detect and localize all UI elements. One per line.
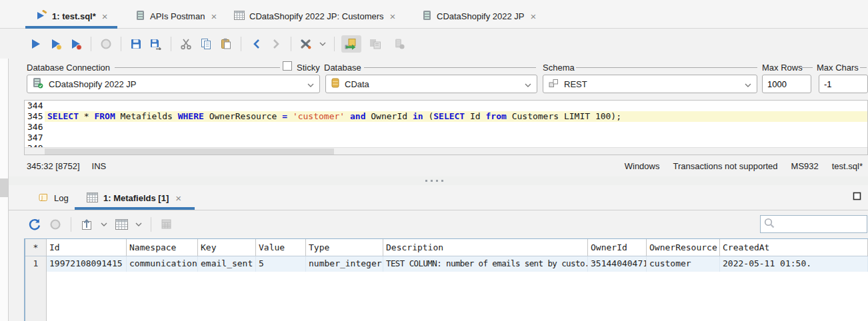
schema-select[interactable]: REST [543, 75, 757, 93]
column-header-description[interactable]: Description [383, 239, 588, 256]
column-header-ownerresource[interactable]: OwnerResource [647, 239, 720, 256]
execute-buffer-icon[interactable] [68, 35, 84, 53]
export-icon[interactable] [79, 216, 95, 233]
tab-label: CDataShopify 2022 JP: Customers [249, 11, 384, 21]
divider [860, 67, 867, 68]
toolbar-separator [291, 37, 291, 51]
toolbar-separator [171, 37, 171, 51]
grid-options-icon[interactable] [113, 216, 129, 233]
editor-statusbar: 345:32 [8752] INS Windows Transactions n… [0, 155, 868, 176]
max-rows-label: Max Rows [762, 63, 803, 73]
maximize-panel-icon[interactable] [853, 192, 861, 202]
cell-value[interactable]: 5 [256, 256, 306, 272]
tab-customers-grid[interactable]: CDataShopify 2022 JP: Customers × [231, 4, 399, 29]
max-chars-input-wrap [819, 75, 868, 93]
schema-icon [549, 79, 559, 90]
cell-type[interactable]: number_integer [306, 256, 383, 272]
execute-current-icon[interactable] [48, 35, 64, 53]
grid-options-dropdown-icon[interactable] [134, 216, 143, 233]
max-rows-input[interactable] [763, 75, 811, 93]
close-icon[interactable]: × [101, 11, 109, 21]
editor-tabbar: 1: test.sql* × APIs Postman × CDataShopi… [0, 0, 868, 29]
toolbar-separator [334, 37, 335, 51]
line-ending-indicator: Windows [625, 161, 660, 171]
close-icon[interactable]: × [529, 11, 538, 21]
database-connection-icon [136, 10, 145, 23]
toolbar-separator [241, 37, 241, 51]
execute-icon[interactable] [28, 35, 44, 53]
connection-select[interactable]: CDataShopify 2022 JP [27, 75, 320, 93]
divider [576, 67, 757, 68]
sql-editor[interactable]: 344 345 SELECT * FROM Metafields WHERE O… [24, 100, 868, 155]
line-number: 344 [25, 101, 45, 111]
cell-description[interactable]: TEST COLUMN: number of emails sent by cu… [383, 256, 588, 272]
column-header-createdat[interactable]: CreatedAt [720, 239, 868, 256]
encoding-indicator: MS932 [791, 161, 819, 171]
tab-label: Log [54, 193, 69, 203]
stop-icon [47, 216, 63, 233]
column-header-ownerid[interactable]: OwnerId [588, 239, 647, 256]
database-connection-checked-icon [33, 77, 43, 91]
scrollbar-thumb[interactable] [45, 149, 334, 155]
schema-value: REST [564, 79, 739, 89]
tab-label: 1: Metafields [1] [103, 193, 169, 203]
cell-ownerid[interactable]: 35144040471 [588, 256, 647, 272]
cell-key[interactable]: email_sent [198, 256, 256, 272]
tools-dropdown-icon[interactable] [318, 35, 327, 53]
commit-icon [365, 35, 385, 53]
panel-drag-handle[interactable] [0, 178, 8, 197]
grid-search-box [760, 215, 867, 233]
tab-label: CDataShopify 2022 JP [437, 11, 525, 21]
back-icon[interactable] [248, 35, 264, 53]
line-number: 346 [25, 122, 45, 133]
database-connection-icon [423, 10, 432, 23]
tab-label: 1: test.sql* [52, 11, 96, 21]
left-collapsed-panel [0, 59, 9, 321]
cut-icon[interactable] [178, 35, 194, 53]
tab-connection[interactable]: CDataShopify 2022 JP × [420, 4, 540, 29]
column-header-value[interactable]: Value [256, 239, 306, 256]
close-icon[interactable]: × [209, 11, 218, 21]
chevron-down-icon [745, 79, 751, 89]
cell-createdat[interactable]: 2022-05-11 01:50. [720, 256, 868, 272]
column-header-key[interactable]: Key [198, 239, 256, 256]
cell-id[interactable]: 19972108091415 [47, 256, 127, 272]
toolbar-separator [71, 217, 71, 232]
caret-position: 345:32 [8752] [27, 161, 80, 171]
cell-namespace[interactable]: communication [127, 256, 198, 272]
divider [115, 67, 280, 68]
tab-test-sql[interactable]: 1: test.sql* × [33, 4, 112, 29]
sticky-checkbox[interactable] [283, 61, 292, 71]
database-select[interactable]: CData [325, 75, 537, 93]
connection-group-label: Database Connection [27, 63, 110, 73]
export-dropdown-icon[interactable] [99, 216, 109, 233]
row-number[interactable]: 1 [25, 256, 47, 272]
cell-ownerresource[interactable]: customer [647, 256, 720, 272]
connection-value: CDataShopify 2022 JP [49, 79, 302, 89]
tab-log[interactable]: Log [35, 186, 71, 210]
tab-apis-postman[interactable]: APIs Postman × [133, 4, 221, 29]
column-header-namespace[interactable]: Namespace [127, 239, 198, 256]
close-icon[interactable]: × [389, 11, 397, 21]
max-chars-input[interactable] [819, 75, 867, 93]
tools-icon[interactable] [298, 35, 314, 53]
paste-icon[interactable] [218, 35, 234, 53]
close-icon[interactable]: × [174, 193, 183, 203]
auto-commit-icon[interactable] [341, 35, 361, 53]
editor-line: 346 [25, 122, 867, 133]
grid-search-input[interactable] [775, 216, 868, 232]
copy-icon[interactable] [198, 35, 214, 53]
tab-label: APIs Postman [150, 11, 205, 21]
panel-splitter[interactable] [0, 176, 868, 185]
grid-header-row: * Id Namespace Key Value Type Descriptio… [25, 239, 868, 256]
save-as-icon[interactable] [148, 35, 164, 53]
column-header-type[interactable]: Type [306, 239, 383, 256]
toolbar-separator [91, 37, 91, 51]
table-row[interactable]: 1 19972108091415 communication email_sen… [25, 256, 868, 272]
row-header-corner[interactable]: * [25, 239, 47, 256]
save-icon[interactable] [128, 35, 144, 53]
horizontal-scrollbar[interactable] [25, 147, 867, 155]
refresh-icon[interactable] [27, 216, 43, 233]
tab-metafields-result[interactable]: 1: Metafields [1] × [84, 186, 185, 210]
column-header-id[interactable]: Id [47, 239, 127, 256]
